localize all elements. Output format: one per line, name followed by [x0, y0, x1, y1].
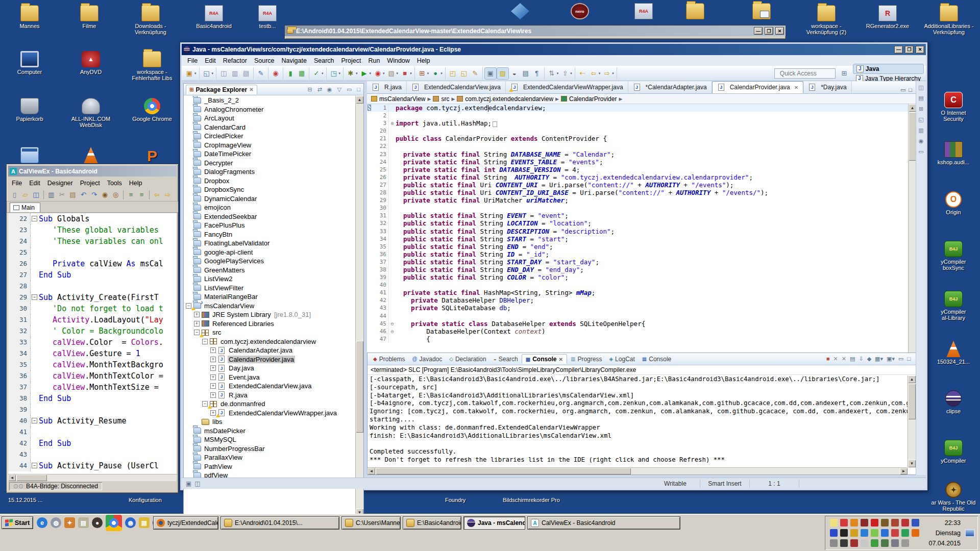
- toolbar-pilcrow-icon[interactable]: ¶: [531, 67, 543, 80]
- console-maximize-view-icon[interactable]: □: [907, 356, 911, 362]
- tray-update-shield-icon[interactable]: [871, 539, 878, 547]
- tray-clock[interactable]: 22:33 Dienstag 07.04.2015: [928, 518, 961, 548]
- tree-item-listviewfilter[interactable]: ListViewFilter: [184, 284, 355, 293]
- desktop-icon-ycompiler[interactable]: yCompiler: [925, 440, 980, 464]
- breadcrumb-item[interactable]: CalendarProvider: [561, 95, 617, 103]
- maximize-button[interactable]: ❐: [905, 46, 914, 54]
- minimize-editor-icon[interactable]: ▭: [900, 87, 905, 93]
- tray-nero-tray-icon[interactable]: [912, 529, 919, 537]
- desktop-icon-workspace[interactable]: workspace - Verknüpfung (2): [798, 5, 854, 35]
- tray-v2-icon[interactable]: [901, 519, 909, 527]
- tree-item-calendaradapter-java[interactable]: +JCalendarAdapter.java: [184, 346, 355, 355]
- package-explorer-tab[interactable]: ⊞ Package Explorer ✕: [186, 85, 257, 94]
- menu-file[interactable]: File: [184, 56, 201, 65]
- toolbar-annotate-icon[interactable]: ✎: [470, 67, 481, 80]
- minimize-button[interactable]: —: [894, 46, 903, 54]
- toolbar-open-archive-icon[interactable]: ◰: [447, 67, 458, 80]
- toolbar-run-external-icon[interactable]: ◉▾: [372, 67, 386, 80]
- menu-window[interactable]: Window: [383, 56, 413, 65]
- tray-recorder-icon[interactable]: [840, 519, 848, 527]
- tree-item-dropbox[interactable]: Dropbox: [184, 177, 355, 186]
- quicklaunch-internet-explorer[interactable]: e: [37, 517, 47, 528]
- desktop-icon-vlc[interactable]: [63, 147, 119, 163]
- tree-item-libs[interactable]: libs: [184, 417, 355, 427]
- quicklaunch-kies[interactable]: ●: [92, 517, 103, 528]
- console-tab-console[interactable]: ▦Console: [639, 355, 675, 364]
- editor-tab-extendedcalendarviewwrapperjava[interactable]: JExtendedCalendarViewWrapper.java: [506, 81, 628, 93]
- tree-item-numberprogressbar[interactable]: NumberProgressBar: [184, 444, 355, 454]
- b4a-toolbar-outdent[interactable]: ≡: [137, 190, 146, 199]
- desktop-icon-origin[interactable]: Origin: [925, 191, 980, 215]
- tree-item-event-java[interactable]: +JEvent.java: [184, 373, 355, 382]
- close-button[interactable]: ✕: [775, 27, 784, 35]
- editor-tab-extendedcalendarviewjava[interactable]: JExtendedCalendarView.java: [407, 81, 506, 93]
- tray-media-gold-icon[interactable]: [881, 519, 889, 527]
- quicklaunch-dvd-player[interactable]: ◍: [51, 517, 61, 528]
- desktop-icon-clipse[interactable]: clipse: [925, 390, 980, 414]
- console-vscrollbar[interactable]: ▲ ▼: [908, 375, 916, 467]
- console-tab-javadoc[interactable]: @Javadoc: [408, 355, 446, 364]
- minimized-view-icon[interactable]: ▤: [918, 95, 923, 102]
- b4a-toolbar-new-file[interactable]: ▯: [10, 190, 19, 199]
- menu-refactor[interactable]: Refactor: [219, 56, 251, 65]
- tray-heart-icon[interactable]: [891, 529, 899, 537]
- tree-item-analogchronometer[interactable]: AnalogChronometer: [184, 105, 355, 114]
- toolbar-debug-icon[interactable]: ✱▾: [345, 67, 359, 80]
- tray-sticky-note-icon[interactable]: [830, 519, 838, 527]
- close-icon[interactable]: ✕: [559, 357, 563, 362]
- toolbar-run-icon[interactable]: ▶▾: [359, 67, 373, 80]
- toolbar-ddms-phone-icon[interactable]: ▮: [285, 67, 296, 80]
- breadcrumb[interactable]: msCalendarView▶src▶com.tyczj.extendedcal…: [367, 94, 916, 104]
- minimized-views-bar[interactable]: ◫▤⊞◱▥◉▭: [916, 81, 926, 475]
- minimize-icon[interactable]: ▭: [346, 86, 353, 93]
- minimize-button[interactable]: —: [754, 27, 763, 35]
- tree-item-materialrangebar[interactable]: MaterialRangeBar: [184, 292, 355, 302]
- console-open-console-icon[interactable]: ▣▾: [887, 356, 895, 362]
- taskbar-button-eclipse[interactable]: Java - msCalendarVie...: [463, 516, 525, 530]
- toolbar-junit-icon[interactable]: ✓▾: [311, 67, 325, 80]
- package-explorer-tree[interactable]: _Basis_2_2AnalogChronometerArcLayoutCale…: [184, 96, 355, 516]
- console-hscrollbar[interactable]: ◄ ►: [368, 467, 908, 474]
- desktop-icon-kshop.audi...[interactable]: kshop.audi...: [925, 141, 980, 165]
- view-menu-icon[interactable]: ▽: [336, 86, 342, 93]
- toolbar-show-lines-icon[interactable]: ▤: [520, 67, 531, 80]
- b4a-hscrollbar[interactable]: ◄: [8, 474, 177, 481]
- desktop-icon-mannes[interactable]: Mannes: [2, 5, 58, 29]
- b4a-menu-file[interactable]: File: [9, 179, 25, 187]
- tree-item-listview2[interactable]: ListView2: [184, 274, 355, 284]
- quicklaunch-media-tool[interactable]: ✦: [64, 517, 75, 528]
- b4a-toolbar-save[interactable]: ◫: [31, 190, 41, 199]
- tree-item-pathview[interactable]: PathView: [184, 462, 355, 471]
- quicklaunch-sticky-notes[interactable]: ▤: [139, 517, 150, 528]
- perspective-java[interactable]: JJava: [853, 64, 924, 74]
- b4a-toolbar-redo[interactable]: ↷: [89, 190, 99, 199]
- taskbar-button-firefox[interactable]: tyczj/ExtendedCalendar...: [153, 516, 218, 530]
- tree-item-r-java[interactable]: +JR.java: [184, 391, 355, 400]
- tree-item-google-api-client[interactable]: google-api-client: [184, 248, 355, 257]
- console-output[interactable]: [-classpath, E:\Basic4android3\Basic4and…: [368, 375, 908, 467]
- menu-help[interactable]: Help: [413, 56, 434, 65]
- console-remove-launch-icon[interactable]: ✕: [834, 356, 838, 362]
- toolbar-new-package-icon[interactable]: ⊞▾: [416, 67, 430, 80]
- tray-cursor-icon[interactable]: [840, 529, 848, 537]
- desktop-icon-nero[interactable]: [552, 3, 608, 19]
- menu-project[interactable]: Project: [338, 56, 365, 65]
- desktop-icon-o[interactable]: O Internet Security: [925, 92, 980, 122]
- focus-task-icon[interactable]: ◉: [326, 86, 333, 93]
- breadcrumb-item[interactable]: com.tyczj.extendedcalendarview: [457, 95, 553, 103]
- console-clear-console-icon[interactable]: ▤: [850, 356, 855, 362]
- maximize-icon[interactable]: □: [356, 86, 361, 93]
- close-button[interactable]: ✕: [916, 46, 924, 54]
- console-terminate-icon[interactable]: ■: [826, 356, 830, 362]
- menu-edit[interactable]: Edit: [201, 56, 219, 65]
- toolbar-new-java-element-icon[interactable]: ◱▾: [201, 67, 215, 80]
- toolbar-new-wizard-icon[interactable]: ▣▾: [184, 67, 198, 80]
- display-settings-icon[interactable]: [965, 529, 975, 537]
- editor-tab-rjava[interactable]: JR.java: [367, 81, 407, 93]
- toolbar-new-class-icon[interactable]: ●▾: [430, 67, 444, 80]
- toolbar-coverage-icon[interactable]: ▧▾: [386, 67, 400, 80]
- desktop-icon-basic4android[interactable]: Basic4android: [186, 5, 242, 29]
- desktop-icon-pword[interactable]: [124, 148, 180, 164]
- b4a-toolbar-indent[interactable]: ≡: [126, 190, 136, 199]
- desktop-icon-ycompiler[interactable]: yCompiler al-Library: [925, 291, 980, 321]
